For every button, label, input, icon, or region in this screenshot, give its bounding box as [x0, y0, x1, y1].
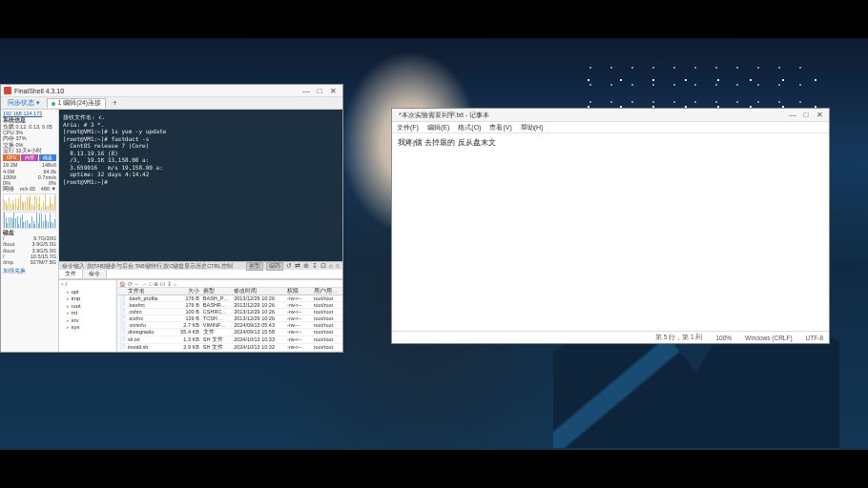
file-toolbar-button[interactable]: ⌕ [174, 281, 176, 287]
file-toolbar-button[interactable]: ↧ [167, 281, 172, 287]
file-toolbar-button[interactable]: ⊡ [160, 281, 165, 287]
load-value: 负载 0.12, 0.13, 0.05 [3, 124, 56, 130]
window-title: FinalShell 4.3.10 [14, 88, 300, 94]
file-row[interactable]: 📄.bashrc176 BBASHRC…2013/12/29 10:26-rw-… [117, 302, 342, 309]
tree-node[interactable]: sys [61, 324, 114, 332]
tree-node[interactable]: mt [61, 310, 114, 317]
tree-node[interactable]: / [61, 281, 114, 289]
connection-tab[interactable]: 1 编辑(24)连接 [47, 98, 106, 108]
file-row[interactable]: 📄.bash_profile176 BBASH_PR…2013/12/29 10… [117, 295, 342, 302]
promo-link[interactable]: 加强兑换 [3, 268, 56, 274]
file-list-rows: 📄.bash_profile176 BBASH_PR…2013/12/29 10… [117, 295, 342, 352]
tab-files[interactable]: 文件 [59, 270, 83, 278]
menu-item[interactable]: 查看(V) [489, 123, 511, 132]
file-toolbar-button[interactable]: → [142, 281, 148, 287]
menu-item[interactable]: 编辑(E) [427, 123, 449, 132]
status-hint: 命令输入 按[TAB]键参与后台,TAB键转行,按C键盘显示历史CTRL控制 [62, 263, 243, 270]
notepad-title: *本次实验需要到宇.txt - 记事本 [395, 111, 786, 120]
encoding: UTF-8 [806, 335, 823, 341]
file-toolbar-button[interactable]: ⟳ [128, 281, 133, 287]
tree-node[interactable]: tmp [61, 295, 114, 303]
terminal-action-icon[interactable]: ⇄ [295, 262, 300, 270]
notepad-window: *本次实验需要到宇.txt - 记事本 — □ ✕ 文件(F)编辑(E)格式(O… [391, 108, 830, 344]
notepad-menubar: 文件(F)编辑(E)格式(O)查看(V)帮助(H) [392, 122, 829, 133]
column-header[interactable]: 用户/用户组 [312, 288, 342, 295]
terminal-action-icons: ↺⇄⊕↧⊡⌕⌂ [286, 262, 340, 270]
tree-node[interactable]: root [61, 303, 114, 311]
close-button[interactable]: ✕ [326, 87, 340, 95]
maximize-button[interactable]: □ [313, 87, 326, 95]
file-row[interactable]: 📄disregradio55.4 KB文件2024/09/13 15:58-rw… [117, 329, 342, 336]
file-toolbar-button[interactable]: □ [149, 281, 152, 287]
file-row[interactable]: 📄.cshrc100 BCSHRC…2013/12/29 10:26-rw-r-… [117, 309, 342, 315]
sync-status-dropdown[interactable]: 同步状态 ▾ [5, 98, 43, 109]
terminal-action-icon[interactable]: ⌂ [336, 262, 340, 270]
disk-list: /9.7G/30G/boot3.9G/5.0G/boot3.9G/5.0G/10… [3, 235, 56, 266]
column-header[interactable]: 文件名 [126, 288, 175, 295]
column-header[interactable]: 大小 [175, 288, 201, 295]
tree-node[interactable]: opt [61, 289, 114, 296]
file-toolbar: 🏠⟳←→□⊕⊡↧⌕ [117, 280, 342, 288]
net-up: m/s 65 [20, 186, 36, 192]
app-icon [4, 87, 11, 94]
file-toolbar-button[interactable]: ← [134, 281, 140, 287]
meter-bars: CPU内存磁盘 [3, 154, 56, 161]
meter-rows: 19.2M148v04.0M64.0k100M0.7ms/s0%0% [3, 162, 56, 186]
file-row[interactable]: 📄sli.txt1.3 KBSH 文件2024/10/13 10:33-rw-r… [117, 336, 342, 344]
file-row[interactable]: 📄install.sh2.9 KBSH 文件2024/10/13 10:32-r… [117, 344, 342, 352]
notepad-statusbar: 第 5 行，第 1 列 100% Windows (CRLF) UTF-8 [392, 331, 829, 343]
file-list-panel: 🏠⟳←→□⊕⊡↧⌕ 文件名大小类型修改时间权限用户/用户组 📄.bash_pro… [117, 280, 342, 352]
file-row[interactable]: 📄.viminfo2.7 KBVIMINFO…2024/09/13 05:43-… [117, 322, 342, 329]
maximize-button[interactable]: □ [799, 111, 813, 119]
column-header[interactable]: 修改时间 [232, 288, 285, 295]
column-header[interactable]: 类型 [201, 288, 232, 295]
tab-label: 1 编辑(24)连接 [58, 99, 101, 108]
menu-item[interactable]: 格式(O) [458, 123, 481, 132]
zoom-level: 100% [715, 335, 732, 341]
minimize-button[interactable]: — [786, 111, 799, 119]
notepad-titlebar[interactable]: *本次实验需要到宇.txt - 记事本 — □ ✕ [392, 109, 829, 122]
finalshell-titlebar[interactable]: FinalShell 4.3.10 — □ ✕ [1, 85, 342, 97]
close-button[interactable]: ✕ [813, 111, 826, 119]
file-row[interactable]: 📄.tcshrc129 BTCSH…2013/12/29 10:26-rw-r-… [117, 315, 342, 322]
net-label: 网络 [3, 186, 14, 192]
tab-commands[interactable]: 命令 [83, 270, 107, 278]
terminal-action-icon[interactable]: ⊕ [303, 262, 309, 270]
file-toolbar-button[interactable]: 🏠 [119, 281, 126, 287]
connection-tabbar: 同步状态 ▾ 1 编辑(24)连接 + [1, 97, 342, 110]
uptime-value: 运行 32天4小时 [3, 148, 56, 153]
tree-node[interactable]: srv [61, 317, 114, 325]
notepad-editor[interactable]: 我疼|镶 去掉最的 反从盘末文 [392, 133, 829, 331]
finalshell-window: FinalShell 4.3.10 — □ ✕ 同步状态 ▾ 1 编辑(24)连… [0, 84, 343, 353]
file-toolbar-button[interactable]: ⊕ [154, 281, 158, 287]
net-sparkline [3, 212, 56, 229]
column-header[interactable]: 权限 [285, 288, 312, 295]
terminal-action-icon[interactable]: ⌕ [329, 262, 333, 270]
bottom-tabs: 文件 命令 [59, 270, 342, 279]
file-list-header: 文件名大小类型修改时间权限用户/用户组 [117, 288, 342, 295]
meter-CPU: CPU [3, 154, 20, 161]
terminal-statusbar: 命令输入 按[TAB]键参与后台,TAB键转行,按C键盘显示历史CTRL控制 类… [59, 261, 342, 270]
caret-position: 第 5 行，第 1 列 [655, 334, 702, 342]
terminal-action-icon[interactable]: ↺ [286, 262, 292, 270]
file-manager: /opttmprootmtsrvsys 🏠⟳←→□⊕⊡↧⌕ 文件名大小类型修改时… [59, 279, 342, 352]
disk-row: /tmp927M/7.8G [3, 259, 56, 265]
column-header[interactable] [117, 288, 126, 295]
host-ip[interactable]: 192.168.124.172 [3, 111, 56, 116]
line-ending: Windows (CRLF) [745, 335, 792, 341]
terminal[interactable]: 接收文件名: c. Aria: # 3 *. [root@VM1:~]# 1s … [59, 110, 342, 261]
status-dot-icon [52, 102, 55, 106]
system-monitor-panel: 192.168.124.172 系统信息 负载 0.12, 0.13, 0.05… [1, 110, 59, 352]
cpu-sparkline [3, 193, 56, 211]
minimize-button[interactable]: — [300, 87, 313, 95]
terminal-action-icon[interactable]: ↧ [312, 262, 318, 270]
menu-item[interactable]: 文件(F) [397, 123, 419, 132]
meter-磁盘: 磁盘 [39, 154, 56, 161]
menu-item[interactable]: 帮助(H) [521, 123, 544, 132]
notepad-text: 我疼|镶 去掉最的 反从盘末文 [398, 138, 496, 147]
folder-tree[interactable]: /opttmprootmtsrvsys [59, 280, 117, 352]
terminal-action-icon[interactable]: ⊡ [320, 262, 326, 270]
meter-内存: 内存 [21, 154, 38, 161]
net-down: 480 ▼ [41, 186, 56, 192]
new-tab-button[interactable]: + [110, 98, 120, 108]
